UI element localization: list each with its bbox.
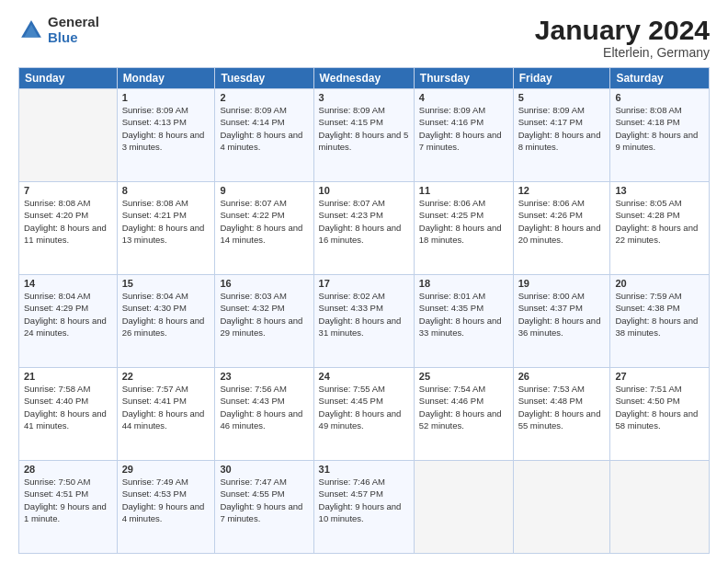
sunrise-text: Sunrise: 7:58 AM xyxy=(24,384,90,394)
cell-content: Sunrise: 8:09 AMSunset: 4:13 PMDaylight:… xyxy=(122,104,210,153)
cell-content: Sunrise: 7:55 AMSunset: 4:45 PMDaylight:… xyxy=(319,383,409,431)
sunset-text: Sunset: 4:51 PM xyxy=(24,488,88,499)
cell-content: Sunrise: 8:06 AMSunset: 4:26 PMDaylight:… xyxy=(518,197,606,246)
day-number: 2 xyxy=(220,92,308,103)
header-day-thursday: Thursday xyxy=(414,68,513,89)
daylight-text: Daylight: 9 hours and 10 minutes. xyxy=(319,501,402,523)
calendar-cell xyxy=(414,461,513,554)
logo-icon xyxy=(18,17,44,43)
cell-content: Sunrise: 8:09 AMSunset: 4:16 PMDaylight:… xyxy=(419,104,508,153)
sunset-text: Sunset: 4:46 PM xyxy=(419,396,483,406)
sunset-text: Sunset: 4:33 PM xyxy=(319,303,383,313)
day-number: 16 xyxy=(220,278,308,289)
calendar-cell: 22Sunrise: 7:57 AMSunset: 4:41 PMDayligh… xyxy=(117,368,215,461)
calendar-week-3: 14Sunrise: 8:04 AMSunset: 4:29 PMDayligh… xyxy=(19,275,710,368)
header-day-friday: Friday xyxy=(513,68,610,89)
day-number: 3 xyxy=(319,92,409,103)
cell-content: Sunrise: 7:58 AMSunset: 4:40 PMDaylight:… xyxy=(24,383,112,431)
calendar-cell: 14Sunrise: 8:04 AMSunset: 4:29 PMDayligh… xyxy=(19,275,118,368)
subtitle: Elterlein, Germany xyxy=(535,45,710,60)
sunset-text: Sunset: 4:45 PM xyxy=(319,396,383,406)
calendar-cell: 27Sunrise: 7:51 AMSunset: 4:50 PMDayligh… xyxy=(610,368,710,461)
day-number: 30 xyxy=(220,464,308,475)
daylight-text: Daylight: 8 hours and 29 minutes. xyxy=(220,316,302,338)
logo-general: General xyxy=(48,15,99,30)
day-number: 24 xyxy=(319,371,409,382)
daylight-text: Daylight: 8 hours and 13 minutes. xyxy=(122,223,205,245)
sunrise-text: Sunrise: 7:54 AM xyxy=(419,384,485,394)
cell-content: Sunrise: 8:07 AMSunset: 4:23 PMDaylight:… xyxy=(319,197,409,246)
calendar-cell: 19Sunrise: 8:00 AMSunset: 4:37 PMDayligh… xyxy=(513,275,610,368)
calendar-cell: 9Sunrise: 8:07 AMSunset: 4:22 PMDaylight… xyxy=(215,182,313,275)
day-number: 8 xyxy=(122,185,210,196)
daylight-text: Daylight: 8 hours and 14 minutes. xyxy=(220,223,302,245)
day-number: 19 xyxy=(518,278,606,289)
page: General Blue January 2024 Elterlein, Ger… xyxy=(0,0,728,563)
cell-content: Sunrise: 8:06 AMSunset: 4:25 PMDaylight:… xyxy=(419,197,508,246)
calendar-cell: 2Sunrise: 8:09 AMSunset: 4:14 PMDaylight… xyxy=(215,89,313,182)
calendar-cell: 10Sunrise: 8:07 AMSunset: 4:23 PMDayligh… xyxy=(313,182,414,275)
cell-content: Sunrise: 8:07 AMSunset: 4:22 PMDaylight:… xyxy=(220,197,308,246)
calendar-cell xyxy=(610,461,710,554)
cell-content: Sunrise: 7:47 AMSunset: 4:55 PMDaylight:… xyxy=(220,476,308,524)
sunset-text: Sunset: 4:48 PM xyxy=(518,396,583,406)
daylight-text: Daylight: 8 hours and 36 minutes. xyxy=(518,316,601,338)
sunset-text: Sunset: 4:53 PM xyxy=(122,488,187,499)
sunset-text: Sunset: 4:18 PM xyxy=(615,117,679,127)
daylight-text: Daylight: 9 hours and 7 minutes. xyxy=(220,501,302,523)
calendar-cell: 29Sunrise: 7:49 AMSunset: 4:53 PMDayligh… xyxy=(117,461,215,554)
sunrise-text: Sunrise: 8:03 AM xyxy=(220,291,286,301)
day-number: 12 xyxy=(518,185,606,196)
cell-content: Sunrise: 8:04 AMSunset: 4:30 PMDaylight:… xyxy=(122,290,210,339)
cell-content: Sunrise: 7:49 AMSunset: 4:53 PMDaylight:… xyxy=(122,476,210,524)
calendar-cell: 30Sunrise: 7:47 AMSunset: 4:55 PMDayligh… xyxy=(215,461,313,554)
sunrise-text: Sunrise: 8:08 AM xyxy=(24,198,90,208)
sunset-text: Sunset: 4:16 PM xyxy=(419,117,483,127)
cell-content: Sunrise: 8:08 AMSunset: 4:21 PMDaylight:… xyxy=(122,197,210,246)
sunset-text: Sunset: 4:29 PM xyxy=(24,303,88,313)
sunrise-text: Sunrise: 7:53 AM xyxy=(518,384,585,394)
sunset-text: Sunset: 4:32 PM xyxy=(220,303,284,313)
sunrise-text: Sunrise: 7:55 AM xyxy=(319,384,385,394)
daylight-text: Daylight: 9 hours and 1 minute. xyxy=(24,501,107,523)
cell-content: Sunrise: 8:08 AMSunset: 4:18 PMDaylight:… xyxy=(615,104,704,153)
sunset-text: Sunset: 4:37 PM xyxy=(518,303,583,313)
day-number: 23 xyxy=(220,371,308,382)
day-number: 20 xyxy=(615,278,704,289)
daylight-text: Daylight: 8 hours and 11 minutes. xyxy=(24,223,107,245)
daylight-text: Daylight: 8 hours and 31 minutes. xyxy=(319,316,402,338)
daylight-text: Daylight: 8 hours and 3 minutes. xyxy=(122,130,205,152)
calendar-cell: 8Sunrise: 8:08 AMSunset: 4:21 PMDaylight… xyxy=(117,182,215,275)
header: General Blue January 2024 Elterlein, Ger… xyxy=(18,15,710,60)
calendar-cell: 25Sunrise: 7:54 AMSunset: 4:46 PMDayligh… xyxy=(414,368,513,461)
cell-content: Sunrise: 7:57 AMSunset: 4:41 PMDaylight:… xyxy=(122,383,210,431)
daylight-text: Daylight: 8 hours and 24 minutes. xyxy=(24,316,107,338)
sunset-text: Sunset: 4:41 PM xyxy=(122,396,187,406)
cell-content: Sunrise: 8:00 AMSunset: 4:37 PMDaylight:… xyxy=(518,290,606,339)
sunrise-text: Sunrise: 7:46 AM xyxy=(319,477,385,487)
calendar-week-2: 7Sunrise: 8:08 AMSunset: 4:20 PMDaylight… xyxy=(19,182,710,275)
logo: General Blue xyxy=(18,15,99,45)
sunrise-text: Sunrise: 7:47 AM xyxy=(220,477,286,487)
day-number: 17 xyxy=(319,278,409,289)
sunrise-text: Sunrise: 8:01 AM xyxy=(419,291,485,301)
header-day-sunday: Sunday xyxy=(19,68,118,89)
calendar-cell: 24Sunrise: 7:55 AMSunset: 4:45 PMDayligh… xyxy=(313,368,414,461)
calendar-cell: 21Sunrise: 7:58 AMSunset: 4:40 PMDayligh… xyxy=(19,368,118,461)
sunrise-text: Sunrise: 8:04 AM xyxy=(122,291,188,301)
calendar-cell: 3Sunrise: 8:09 AMSunset: 4:15 PMDaylight… xyxy=(313,89,414,182)
daylight-text: Daylight: 8 hours and 20 minutes. xyxy=(518,223,601,245)
header-day-saturday: Saturday xyxy=(610,68,710,89)
calendar-cell: 11Sunrise: 8:06 AMSunset: 4:25 PMDayligh… xyxy=(414,182,513,275)
daylight-text: Daylight: 8 hours and 41 minutes. xyxy=(24,408,107,431)
daylight-text: Daylight: 8 hours and 8 minutes. xyxy=(518,130,601,152)
sunset-text: Sunset: 4:20 PM xyxy=(24,210,88,220)
logo-blue: Blue xyxy=(48,30,99,46)
sunset-text: Sunset: 4:15 PM xyxy=(319,117,383,127)
calendar-cell: 13Sunrise: 8:05 AMSunset: 4:28 PMDayligh… xyxy=(610,182,710,275)
sunset-text: Sunset: 4:38 PM xyxy=(615,303,679,313)
sunset-text: Sunset: 4:57 PM xyxy=(319,488,383,499)
daylight-text: Daylight: 8 hours and 52 minutes. xyxy=(419,408,502,431)
calendar-cell: 20Sunrise: 7:59 AMSunset: 4:38 PMDayligh… xyxy=(610,275,710,368)
sunset-text: Sunset: 4:17 PM xyxy=(518,117,583,127)
